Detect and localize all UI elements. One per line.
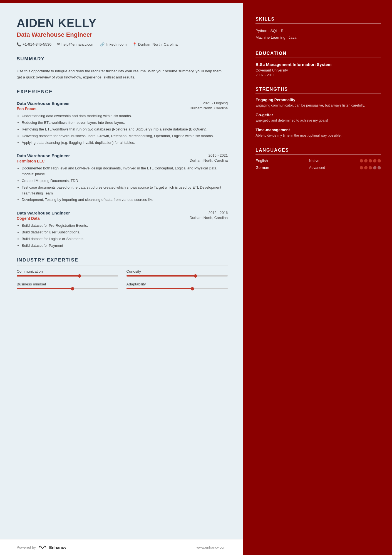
bullet: Understanding data ownership and data mo…	[22, 113, 228, 119]
bullet: Build dataset for Pre-Registration Event…	[22, 223, 228, 229]
expertise-item-curiosity: Curiosity	[126, 269, 228, 277]
right-column: SKILLS Python · SQL · R · Machine Learni…	[243, 3, 392, 555]
enhancv-brand: Enhancv	[49, 545, 67, 550]
contact-phone: 📞 +1-914-345-5530	[17, 42, 51, 46]
job-dates-3: 2012 - 2016	[209, 211, 228, 215]
bullet: Development, Testing by importing and cl…	[22, 197, 228, 203]
job-title-1: Data Warehouse Engineer	[17, 101, 70, 106]
contact-linkedin: 🔗 linkedin.com	[100, 42, 127, 46]
bullet: Delivering datasets for several business…	[22, 133, 228, 139]
bullet: Reducing the ETL workflows from seven-la…	[22, 120, 228, 126]
job-dates-2: 2015 - 2021	[209, 153, 228, 157]
lang-dots-german	[360, 166, 381, 169]
strength-item-3: Time-management Able to divide my time i…	[255, 128, 381, 138]
dot	[378, 159, 381, 162]
edu-school: Covenant University	[255, 68, 381, 72]
languages-divider	[255, 154, 381, 155]
lang-level-english: Native	[309, 159, 331, 163]
progress-dot-business	[71, 287, 74, 290]
progress-bar-adaptability	[126, 288, 228, 289]
strength-desc-1: Engaging communicator, can be persuasive…	[255, 103, 381, 108]
dot	[373, 159, 376, 162]
strengths-section: STRENGTHS Engaging Personality Engaging …	[255, 87, 381, 138]
job-entry-3: Data Warehouse Engineer 2012 - 2016 Coge…	[17, 211, 228, 248]
strength-desc-2: Energetic and determined to achieve my g…	[255, 118, 381, 123]
footer-left: Powered by Enhancv	[17, 544, 66, 550]
progress-fill-business	[17, 288, 73, 289]
dot	[364, 166, 368, 169]
progress-bar-business	[17, 288, 118, 289]
expertise-grid: Communication Curiosity	[17, 269, 228, 289]
enhancv-logo-icon	[38, 544, 47, 550]
education-section: EDUCATION B.Sc Management Information Sy…	[255, 51, 381, 77]
job-title-2: Data Warehouse Engineer	[17, 153, 70, 158]
skills-line1: Python · SQL · R ·	[255, 28, 381, 34]
job-bullets-2: Documented both High level and Low-level…	[17, 166, 228, 203]
skills-line2: Machine Learning · Java	[255, 34, 381, 41]
experience-section: EXPERIENCE Data Warehouse Engineer 2021 …	[17, 89, 228, 248]
bullet: Test case documents based on the data st…	[22, 185, 228, 196]
job-company-1: Eco Focus	[17, 107, 36, 111]
progress-fill-adaptability	[126, 288, 192, 289]
expertise-item-business: Business mindset	[17, 282, 118, 289]
experience-divider	[17, 97, 228, 97]
progress-bar-communication	[17, 275, 118, 277]
skills-title: SKILLS	[255, 17, 381, 22]
powered-by-text: Powered by	[17, 545, 36, 549]
dot	[378, 166, 381, 169]
strength-item-1: Engaging Personality Engaging communicat…	[255, 98, 381, 108]
progress-fill-communication	[17, 275, 80, 277]
candidate-title: Data Warehouse Engineer	[17, 31, 228, 38]
education-divider	[255, 58, 381, 58]
job-bullets-3: Build dataset for Pre-Registration Event…	[17, 223, 228, 248]
job-sub-row-3: Cogent Data Durham North, Carolina	[17, 216, 228, 221]
expertise-label-adaptability: Adaptability	[126, 282, 228, 286]
dot	[360, 166, 363, 169]
strength-name-1: Engaging Personality	[255, 98, 381, 102]
email-icon: ✉	[57, 42, 60, 46]
expertise-item-adaptability: Adaptability	[126, 282, 228, 289]
bullet: Build dataset for Logistic or Shipments	[22, 236, 228, 242]
summary-title: SUMMARY	[17, 56, 228, 62]
candidate-name: AIDEN KELLY	[17, 17, 228, 29]
expertise-label-communication: Communication	[17, 269, 118, 273]
bullet: Build dataset for Payment	[22, 243, 228, 249]
summary-text: Use this opportunity to intrigue and dra…	[17, 68, 228, 80]
lang-name-german: German	[255, 166, 281, 170]
education-title: EDUCATION	[255, 51, 381, 56]
strength-item-2: Go-getter Energetic and determined to ac…	[255, 113, 381, 123]
progress-dot-adaptability	[191, 287, 194, 290]
contact-email: ✉ help@enhancv.com	[57, 42, 95, 46]
bullet: Documented both High level and Low-level…	[22, 166, 228, 177]
dot	[369, 159, 372, 162]
expertise-label-curiosity: Curiosity	[126, 269, 228, 273]
expertise-divider	[17, 265, 228, 265]
skills-divider	[255, 23, 381, 24]
strength-name-2: Go-getter	[255, 113, 381, 117]
job-title-3: Data Warehouse Engineer	[17, 211, 70, 216]
footer-website: www.enhancv.com	[197, 545, 226, 549]
progress-bar-curiosity	[126, 275, 228, 277]
header-section: AIDEN KELLY Data Warehouse Engineer 📞 +1…	[17, 17, 228, 46]
strength-desc-3: Able to divide my time in the most optim…	[255, 133, 381, 138]
dot	[364, 159, 368, 162]
dot	[360, 159, 363, 162]
languages-title: LANGUAGES	[255, 148, 381, 153]
edu-years: 2007 - 2011	[255, 73, 381, 77]
job-sub-row-2: Hermiston LLC Durham North, Carolina	[17, 158, 228, 163]
expertise-title: INDUSTRY EXPERTISE	[17, 257, 228, 263]
footer: Powered by Enhancv www.enhancv.com	[0, 539, 243, 555]
job-header-3: Data Warehouse Engineer 2012 - 2016	[17, 211, 228, 216]
bullet: Build dataset for User Subscriptions.	[22, 230, 228, 235]
progress-dot-communication	[78, 274, 81, 278]
lang-dots-english	[360, 159, 381, 162]
job-dates-1: 2021 - Ongoing	[203, 101, 228, 105]
lang-level-german: Advanced	[309, 166, 331, 170]
location-icon: 📍	[132, 42, 137, 46]
bullet: Applying data cleansing (e.g. flagging i…	[22, 140, 228, 146]
job-company-3: Cogent Data	[17, 216, 39, 221]
language-item-english: English Native	[255, 159, 381, 163]
summary-divider	[17, 64, 228, 64]
lang-name-english: English	[255, 159, 281, 163]
dot	[373, 166, 376, 169]
